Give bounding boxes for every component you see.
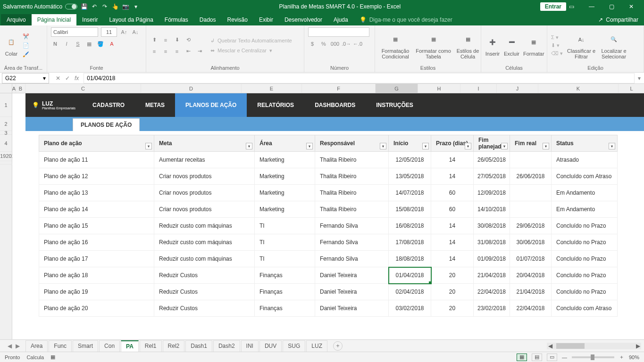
ribbon-display-icon[interactable]: ▭ (569, 3, 574, 10)
formula-input[interactable]: 01/04/2018 (84, 73, 635, 83)
column-header[interactable]: E (242, 84, 302, 93)
cell-styles-button[interactable]: ▦Estilos de Célula (455, 32, 481, 59)
table-cell[interactable]: 14 (431, 218, 474, 234)
status-badge[interactable]: Em Andamento (552, 185, 618, 201)
table-cell[interactable]: 20 (431, 300, 474, 317)
table-cell[interactable]: 30/06/2018 (510, 234, 552, 251)
subnav-tab[interactable]: PLANOS DE AÇÃO (73, 118, 140, 131)
menu-tab[interactable]: Desenvolvedor (279, 14, 328, 25)
table-cell[interactable]: 12/05/2018 (389, 152, 431, 168)
table-cell[interactable]: TI (255, 218, 315, 234)
camera-icon[interactable]: 📷 (122, 3, 129, 10)
filter-dropdown-icon[interactable]: ▾ (246, 143, 252, 149)
sheet-tab[interactable]: Rel2 (163, 340, 185, 352)
view-normal-icon[interactable]: ▦ (517, 354, 527, 361)
table-cell[interactable]: 13/05/2018 (389, 168, 431, 185)
column-header[interactable]: K (538, 84, 619, 93)
sheet-tab[interactable]: INI (241, 340, 259, 352)
row-header[interactable]: 2 (0, 117, 12, 131)
table-cell[interactable]: 26/05/2018 (474, 152, 510, 168)
table-cell[interactable]: Reduzir Custos (154, 300, 255, 317)
font-color-icon[interactable]: A (108, 40, 116, 48)
app-nav-item[interactable]: RELATÓRIOS (247, 93, 304, 117)
table-cell[interactable]: Daniel Teixeira (315, 267, 389, 284)
table-cell[interactable]: 26/06/2018 (510, 168, 552, 185)
sheet-tab[interactable]: SUG (283, 340, 305, 352)
column-header[interactable]: L (619, 84, 644, 93)
table-cell[interactable]: Thalita Ribeiro (315, 152, 389, 168)
sheet-nav-next-icon[interactable]: ▶ (16, 343, 20, 349)
filter-dropdown-icon[interactable]: ▾ (543, 143, 549, 149)
table-column-header[interactable]: Prazo (dias)▾ (431, 135, 474, 152)
table-cell[interactable]: 23/02/2018 (474, 300, 510, 317)
menu-tab[interactable]: Inserir (76, 14, 103, 25)
table-cell[interactable]: 22/04/2018 (510, 300, 552, 317)
filter-dropdown-icon[interactable]: ▾ (380, 143, 386, 149)
format-as-table-button[interactable]: ▦Formatar como Tabela (416, 32, 451, 59)
table-cell[interactable]: 15/08/2018 (389, 201, 431, 218)
table-cell[interactable]: Finanças (255, 267, 315, 284)
table-cell[interactable]: Fernando Silva (315, 234, 389, 251)
zoom-level[interactable]: 90% (629, 354, 639, 360)
table-column-header[interactable]: Fim real▾ (510, 135, 552, 152)
table-column-header[interactable]: Plano de ação▾ (39, 135, 154, 152)
status-badge[interactable]: Concluído no Prazo (552, 251, 618, 267)
table-cell[interactable]: 60 (431, 201, 474, 218)
status-badge[interactable]: Concluído com Atraso (552, 168, 618, 185)
app-nav-item[interactable]: DASHBOARDS (304, 93, 366, 117)
status-badge[interactable]: Concluído no Prazo (552, 234, 618, 251)
column-header[interactable]: C (25, 84, 141, 93)
select-all-corner[interactable] (0, 84, 12, 93)
status-badge[interactable]: Atrasado (552, 152, 618, 168)
column-header[interactable]: H (418, 84, 460, 93)
qat-more-icon[interactable]: ▾ (132, 3, 140, 10)
minimize-button[interactable]: — (582, 0, 602, 13)
table-cell[interactable]: Marketing (255, 201, 315, 218)
table-cell[interactable] (510, 201, 552, 218)
row-header[interactable]: 19 (0, 148, 6, 165)
cancel-formula-icon[interactable]: ✕ (56, 75, 60, 82)
add-sheet-button[interactable]: ＋ (333, 341, 343, 351)
name-box[interactable]: G22▾ (2, 73, 49, 83)
align-middle-icon[interactable]: ≡ (161, 36, 170, 44)
undo-icon[interactable]: ↶ (91, 3, 98, 10)
horizontal-scrollbar[interactable]: ◀▶ (547, 343, 641, 349)
menu-tab[interactable]: Página Inicial (32, 14, 76, 25)
table-cell[interactable]: Plano de ação 12 (39, 168, 154, 185)
sort-filter-button[interactable]: A↓Classificar e Filtrar (567, 32, 596, 59)
menu-tab[interactable]: Fórmulas (159, 14, 194, 25)
row-header[interactable]: 3 (0, 131, 12, 135)
table-cell[interactable]: Fernando Silva (315, 218, 389, 234)
table-cell[interactable]: Thalita Ribeiro (315, 185, 389, 201)
share-button[interactable]: ↗ Compartilhar (593, 14, 644, 25)
format-cells-button[interactable]: ▦Formatar (523, 35, 544, 57)
filter-dropdown-icon[interactable]: ▾ (145, 143, 152, 149)
table-cell[interactable]: 21/04/2018 (510, 284, 552, 300)
accept-formula-icon[interactable]: ✓ (65, 75, 70, 82)
view-pagebreak-icon[interactable]: ▭ (547, 354, 557, 361)
touch-icon[interactable]: 👆 (111, 3, 119, 10)
close-button[interactable]: ✕ (621, 0, 641, 13)
table-cell[interactable]: Plano de ação 19 (39, 284, 154, 300)
table-cell[interactable]: 14/10/2018 (474, 201, 510, 218)
table-cell[interactable]: 01/04/2018 (389, 267, 431, 284)
indent-increase-icon[interactable]: ⇥ (195, 47, 204, 56)
table-cell[interactable]: Finanças (255, 300, 315, 317)
delete-cells-button[interactable]: ➖Excluir (504, 35, 519, 57)
copy-icon[interactable]: 📄 (23, 42, 29, 49)
border-icon[interactable]: ▦ (85, 40, 93, 48)
wrap-text-button[interactable]: ↲ Quebrar Texto Automaticamente (210, 38, 292, 44)
table-cell[interactable]: Fernando Silva (315, 251, 389, 267)
font-size-input[interactable] (101, 27, 117, 37)
table-cell[interactable]: 30/08/2018 (474, 218, 510, 234)
table-cell[interactable]: 14 (431, 152, 474, 168)
sheet-tab[interactable]: PA (121, 340, 139, 352)
app-nav-item[interactable]: PLANOS DE AÇÃO (175, 93, 247, 117)
sheet-tab[interactable]: Dash1 (185, 340, 212, 352)
table-cell[interactable]: 14 (431, 251, 474, 267)
table-cell[interactable]: 31/08/2018 (474, 234, 510, 251)
sheet-tab[interactable]: Con (99, 340, 120, 352)
table-cell[interactable]: Thalita Ribeiro (315, 168, 389, 185)
table-column-header[interactable]: Responsável▾ (315, 135, 389, 152)
filter-dropdown-icon[interactable]: ▾ (609, 143, 615, 149)
